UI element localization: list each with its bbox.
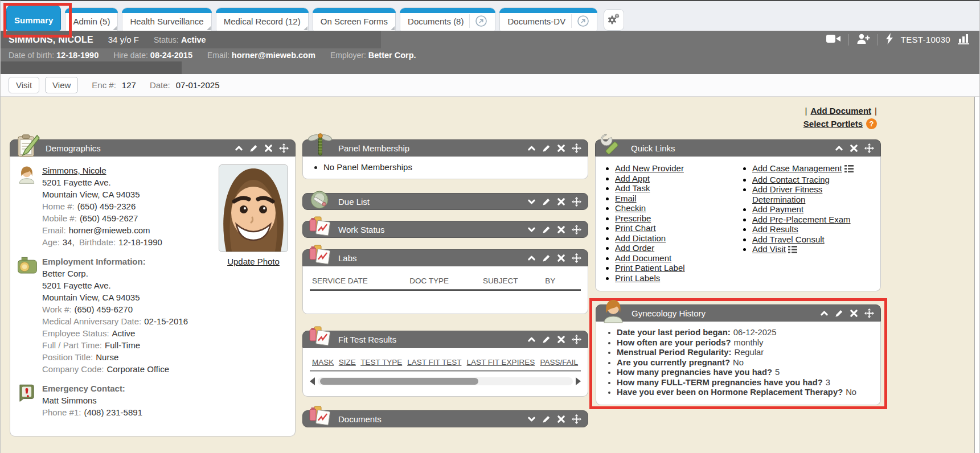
video-call-icon[interactable] [826,34,841,46]
move-icon[interactable] [572,197,581,207]
edit-icon[interactable] [542,415,551,423]
edit-icon[interactable] [249,144,258,153]
move-icon[interactable] [279,143,289,153]
move-icon[interactable] [572,143,581,153]
edit-icon[interactable] [542,197,551,206]
update-photo-link[interactable]: Update Photo [227,256,280,267]
close-icon[interactable] [850,309,858,318]
add-document-link[interactable]: Add Document [810,106,871,116]
expand-icon[interactable] [527,225,536,234]
scrollbar-track[interactable] [318,377,573,385]
close-icon[interactable] [557,415,565,423]
move-icon[interactable] [572,225,581,234]
expand-icon[interactable] [527,197,536,206]
webchart-app: Summary Admin (5) Health Surveillance Me… [0,0,980,453]
tab-on-screen-forms[interactable]: On Screen Forms [313,7,396,31]
add-person-icon[interactable] [856,33,870,47]
collapse-icon[interactable] [527,254,536,262]
patient-name: SIMMONS, NICOLE [9,35,93,45]
collapse-icon[interactable] [527,335,536,344]
portlet-work-status: Work Status [302,221,588,238]
scroll-right-arrow[interactable] [576,377,581,385]
sort-column-link[interactable]: LAST FIT TEST [407,358,461,366]
tab-documents-dv[interactable]: Documents-DV [499,7,597,31]
popout-icon[interactable] [469,14,487,28]
summary-page: | Add Document | Select Portlets ? [1,97,979,453]
emergency-name: Matt Simmons [42,394,142,406]
gyn-item: Are you currently pregnant?No [617,358,875,368]
quick-links-column-1: Add New Provider Add Appt Add Task Email… [601,163,739,283]
scrollbar-thumb[interactable] [320,378,478,385]
move-icon[interactable] [572,414,581,424]
horizontal-scrollbar[interactable] [310,377,581,386]
address-line: Mountain View, CA 94035 [42,188,162,200]
scroll-left-arrow[interactable] [310,377,315,385]
visit-button[interactable]: Visit [9,77,39,93]
portlet-header-fit-test: Fit Test Results [302,331,588,348]
edit-icon[interactable] [835,309,843,318]
move-icon[interactable] [864,308,874,318]
patient-photo [219,164,288,252]
collapse-icon[interactable] [235,144,243,153]
sort-column-link[interactable]: TEST TYPE [360,358,402,366]
close-icon[interactable] [557,254,565,262]
collapse-icon[interactable] [835,144,843,153]
close-icon[interactable] [557,335,565,344]
portlet-header-work-status: Work Status [302,221,588,238]
status-label: Status: [154,35,179,44]
column-header: SUBJECT [481,273,543,290]
move-icon[interactable] [864,143,874,153]
patient-avatar-icon [17,164,42,248]
quick-link: Add Visit [752,244,876,256]
edit-icon[interactable] [542,254,551,262]
portlet-title: Demographics [46,143,101,153]
tab-health-surveillance[interactable]: Health Surveillance [122,7,211,31]
close-icon[interactable] [557,144,565,153]
emergency-book-icon [17,382,42,418]
close-icon[interactable] [850,144,858,153]
portlet-labs: Labs SERVICE DATE DOC TYPE [302,249,588,314]
sort-column-link[interactable]: SIZE [339,358,356,366]
move-icon[interactable] [572,253,581,263]
portlet-title: Quick Links [631,143,675,153]
quick-link: Prescribe [615,213,739,224]
list-icon [788,245,797,256]
patient-name-link[interactable]: Simmons, Nicole [42,166,106,175]
edit-icon[interactable] [542,335,551,344]
quick-link: Add Task [615,183,739,193]
sort-column-link[interactable]: MASK [312,358,334,366]
tab-admin[interactable]: Admin (5) [65,7,118,31]
address-line: 5201 Fayette Ave. [42,176,162,188]
collapse-icon[interactable] [820,309,829,318]
tab-settings-button[interactable] [604,9,624,31]
popout-icon[interactable] [571,14,589,28]
edit-icon[interactable] [542,144,551,153]
expand-icon[interactable] [527,415,536,423]
gyn-item: Menstrual Period Regularity:Regular [617,348,875,358]
quick-link: Add Driver Fitness Determination [752,184,876,204]
tools-icon [600,133,626,159]
enc-number-value: 127 [122,80,136,90]
close-icon[interactable] [264,144,273,153]
edit-icon[interactable] [542,225,551,234]
tab-documents[interactable]: Documents (8) [400,7,495,31]
quick-action-bolt-icon[interactable] [885,33,893,47]
select-portlets-link[interactable]: Select Portlets [803,119,863,129]
column-right: Quick Links Add New Provider Add Appt [595,139,881,409]
tab-label: Medical Record (12) [224,17,301,26]
help-icon[interactable]: ? [866,118,877,129]
sort-column-link[interactable]: LAST FIT EXPIRES [467,358,535,366]
view-button[interactable]: View [45,77,78,93]
move-icon[interactable] [572,335,581,344]
emergency-contact-section: Emergency Contact: Matt Simmons Phone #1… [17,382,287,418]
sort-column-link[interactable]: PASS/FAIL [540,358,579,366]
quick-link: Print Labels [615,273,739,283]
tab-summary[interactable]: Summary [6,5,61,31]
employment-section: Employment Information: Better Corp. 520… [17,256,287,375]
close-icon[interactable] [557,225,565,234]
tab-medical-record[interactable]: Medical Record (12) [216,7,309,31]
chart-stats-icon[interactable] [958,33,970,47]
collapse-icon[interactable] [527,144,536,153]
quick-link: Add Order [615,243,739,253]
close-icon[interactable] [557,197,565,206]
